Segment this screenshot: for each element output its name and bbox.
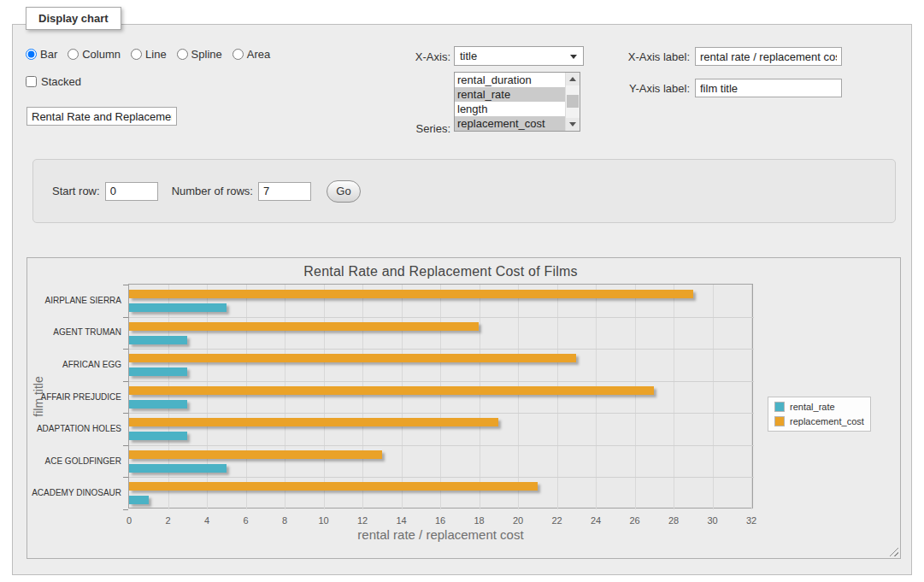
gridline-vertical: [518, 285, 519, 509]
series-option-length[interactable]: length: [455, 102, 565, 116]
legend-item-rental_rate: rental_rate: [774, 402, 864, 412]
y-axis-tick: [123, 349, 128, 350]
x-tick-label: 20: [505, 515, 531, 526]
chart-type-option-bar[interactable]: Bar: [26, 48, 57, 61]
series-listbox[interactable]: rental_durationrental_ratelengthreplacem…: [454, 72, 580, 132]
radio-label: Bar: [40, 48, 57, 61]
go-button[interactable]: Go: [327, 180, 361, 203]
scrollbar-track[interactable]: [566, 85, 580, 118]
legend-label: replacement_cost: [790, 416, 864, 426]
x-tick-label: 16: [427, 515, 453, 526]
bar-replacement_cost: [129, 418, 498, 426]
bar-rental_rate: [129, 464, 227, 473]
bar-rental_rate: [129, 367, 187, 376]
y-axis-tick: [123, 381, 128, 382]
arrow-up-icon: [569, 77, 576, 81]
gridline-vertical: [557, 285, 558, 509]
chart-x-axis-label: rental rate / replacement cost: [128, 527, 753, 542]
bar-replacement_cost: [129, 482, 538, 491]
gridline-horizontal: [129, 445, 754, 446]
series-option-rental_rate[interactable]: rental_rate: [455, 87, 565, 102]
x-tick-label: 8: [272, 515, 297, 526]
gridline-horizontal: [129, 477, 754, 478]
stacked-checkbox-row[interactable]: Stacked: [26, 75, 81, 88]
x-axis-label-input[interactable]: [695, 47, 842, 66]
chart-type-option-column[interactable]: Column: [68, 48, 121, 61]
gridline-vertical: [480, 285, 480, 509]
chart-type-option-spline[interactable]: Spline: [177, 48, 222, 61]
chart-container: Rental Rate and Replacement Cost of Film…: [26, 257, 901, 559]
radio-spline[interactable]: [177, 49, 188, 60]
y-axis-tick: [123, 509, 128, 510]
y-axis-tick: [123, 445, 128, 446]
x-axis-select[interactable]: title: [454, 46, 584, 66]
gridline-vertical: [440, 285, 441, 509]
rows-panel: Start row: Number of rows: Go: [32, 159, 896, 223]
x-axis-select-label: X-Axis:: [355, 50, 450, 63]
number-of-rows-input[interactable]: [258, 182, 311, 201]
chart-type-option-line[interactable]: Line: [131, 48, 167, 61]
legend-item-replacement_cost: replacement_cost: [774, 416, 864, 426]
category-label: ACE GOLDFINGER: [31, 456, 121, 466]
x-tick-label: 30: [700, 515, 726, 526]
bar-replacement_cost: [129, 450, 382, 459]
category-label: AIRPLANE SIERRA: [31, 296, 121, 305]
x-tick-label: 12: [350, 515, 375, 526]
bar-replacement_cost: [129, 290, 693, 298]
series-option-replacement_cost[interactable]: replacement_cost: [455, 116, 565, 131]
gridline-vertical: [246, 285, 247, 509]
radio-area[interactable]: [232, 49, 244, 60]
gridline-vertical: [324, 285, 325, 509]
series-option-rental_duration[interactable]: rental_duration: [455, 73, 565, 87]
y-axis-label-input[interactable]: [695, 79, 842, 97]
legend-label: rental_rate: [790, 402, 835, 412]
y-axis-tick: [123, 477, 128, 478]
y-axis-tick: [123, 285, 128, 285]
x-tick-label: 2: [156, 515, 181, 526]
legend-swatch-replacement_cost: [774, 416, 785, 426]
gridline-vertical: [362, 285, 363, 509]
gridline-horizontal: [129, 381, 754, 382]
radio-line[interactable]: [131, 49, 142, 60]
scroll-down-button[interactable]: [566, 118, 580, 131]
y-axis-tick: [123, 317, 128, 318]
series-options: rental_durationrental_ratelengthreplacem…: [455, 73, 565, 131]
gridline-horizontal: [129, 317, 754, 318]
radio-label: Spline: [191, 48, 222, 61]
chart-title-input[interactable]: [26, 107, 177, 126]
x-tick-label: 0: [116, 515, 142, 526]
display-chart-panel: BarColumnLineSplineArea Stacked X-Axis: …: [12, 24, 912, 575]
y-axis-label-caption: Y-Axis label:: [594, 82, 690, 95]
resize-handle-icon[interactable]: [889, 547, 898, 556]
gridline-vertical: [402, 285, 403, 509]
gridline-vertical: [168, 285, 169, 509]
chart-title: Rental Rate and Replacement Cost of Film…: [128, 264, 753, 279]
bar-replacement_cost: [129, 386, 654, 395]
category-label: ACADEMY DINOSAUR: [31, 488, 121, 497]
chevron-down-icon: [570, 55, 577, 59]
x-tick-label: 4: [194, 515, 220, 526]
radio-bar[interactable]: [26, 49, 37, 60]
bar-replacement_cost: [129, 354, 576, 362]
bar-rental_rate: [129, 400, 187, 409]
radio-column[interactable]: [68, 49, 79, 60]
bar-rental_rate: [129, 303, 227, 312]
page: Display chart BarColumnLineSplineArea St…: [0, 0, 924, 582]
y-axis-tick: [123, 413, 128, 414]
stacked-label: Stacked: [41, 75, 81, 88]
x-axis-label-caption: X-Axis label:: [594, 50, 690, 63]
start-row-input[interactable]: [105, 182, 158, 201]
bar-rental_rate: [129, 336, 187, 344]
gridline-horizontal: [129, 349, 754, 350]
series-listbox-scrollbar[interactable]: [565, 73, 580, 131]
chart-legend: rental_ratereplacement_cost: [768, 397, 871, 432]
stacked-checkbox[interactable]: [26, 76, 37, 87]
gridline-vertical: [596, 285, 597, 509]
chart-type-option-area[interactable]: Area: [232, 48, 270, 61]
scrollbar-thumb[interactable]: [567, 95, 579, 108]
gridline-vertical: [751, 285, 752, 509]
x-tick-label: 32: [739, 515, 764, 526]
scroll-up-button[interactable]: [566, 73, 580, 85]
number-of-rows-label: Number of rows:: [172, 185, 253, 197]
gridline-vertical: [674, 285, 674, 509]
